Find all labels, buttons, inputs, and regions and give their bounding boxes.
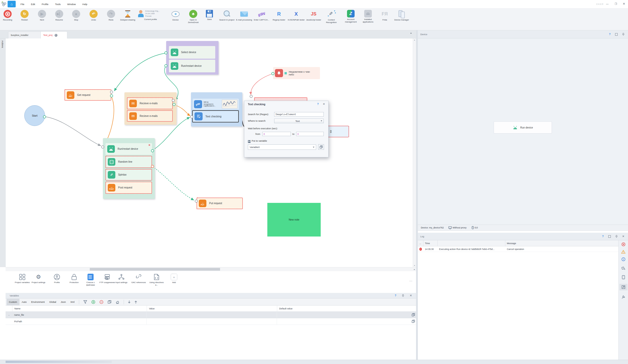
xjsonpath-tester-button[interactable]: X X/JSONPath tester (288, 10, 305, 21)
save-button[interactable]: Save (201, 10, 218, 21)
regexp-tester-button[interactable]: R Regexp tester (270, 10, 288, 21)
maximize-panel-icon[interactable] (608, 235, 611, 238)
note-new-note[interactable]: New note (267, 203, 321, 237)
gac-references-button[interactable]: GAC references (130, 274, 147, 284)
connector-textchecking-in[interactable] (190, 115, 193, 118)
copy-row-icon[interactable] (412, 320, 415, 323)
node-select-device[interactable]: Select device (169, 46, 215, 59)
connector-getrequest-out[interactable] (110, 94, 113, 97)
node-post-request[interactable]: →POST Post request (105, 182, 152, 194)
recording-button[interactable]: Recording (0, 10, 16, 21)
highlight-icon[interactable] (621, 266, 625, 270)
filter-info-icon[interactable] (621, 257, 625, 261)
log-col-time[interactable]: Time (423, 240, 438, 246)
undo-button[interactable]: ↶ Undo (85, 10, 102, 21)
tab-close-icon[interactable]: ✕ (55, 34, 57, 37)
next-button[interactable]: ▶ Next (33, 10, 51, 21)
current-profile-button[interactable]: Александр Юд... 24.04.1989 Россия Curren… (138, 10, 163, 21)
filter-icon[interactable] (83, 300, 87, 304)
pin-icon[interactable] (622, 33, 624, 36)
close-panel-icon[interactable]: ✕ (622, 235, 624, 238)
variable-value[interactable] (147, 318, 277, 325)
connector-randomline-out[interactable] (151, 165, 154, 168)
col-name[interactable]: Name (12, 306, 147, 311)
profile-button[interactable]: Profile (49, 274, 65, 284)
device-log-icon[interactable] (622, 275, 625, 279)
canvas-vscrollbar[interactable]: ▲ ▼ (413, 38, 416, 267)
variable-dropdown[interactable]: Variable0 (248, 144, 316, 150)
connector-runrestart-in[interactable] (101, 145, 104, 148)
input-settings-button[interactable]: Input settings (113, 274, 130, 284)
project-settings-button[interactable]: ⚙ Project settings (30, 274, 47, 284)
close-panel-icon[interactable]: ✕ (410, 294, 412, 297)
redo-button[interactable]: ↷ Redo (102, 10, 120, 21)
node-run-restart-device[interactable]: Run/restart device (169, 60, 215, 72)
clear-log-icon[interactable] (621, 295, 625, 299)
maximize-button[interactable]: ❐ (613, 0, 619, 8)
vars-tab-json[interactable]: Json (58, 299, 68, 305)
connector-runrestart2-out[interactable] (151, 149, 154, 152)
node-run-restart-device-2[interactable]: Run/restart device ✕ (105, 143, 152, 155)
vars-tab-custom[interactable]: Custom (7, 299, 19, 305)
connector-notify-in[interactable] (271, 72, 274, 75)
vars-tab-environment[interactable]: Environment (29, 299, 47, 305)
connector-runrestart-purple[interactable] (164, 64, 167, 67)
help-icon[interactable]: ? (602, 235, 604, 238)
log-row[interactable]: ✕ 14:35:30 Executing action Run device i… (418, 246, 618, 252)
variable-default[interactable] (277, 318, 412, 325)
maximize-panel-icon[interactable] (615, 33, 618, 36)
dialog-close-icon[interactable]: ✕ (323, 102, 325, 106)
node-notify[interactable]: Уведомляем о чем- либо (273, 67, 320, 79)
device-button[interactable]: Device (167, 10, 184, 21)
connector-getrequest-in[interactable] (110, 91, 113, 94)
node-get-request[interactable]: ←GET Get request (64, 89, 111, 101)
where-dropdown[interactable]: Text (274, 119, 324, 123)
help-icon[interactable]: ? (609, 33, 611, 36)
using-directives-button[interactable]: Using directives a... (148, 274, 165, 287)
from-input[interactable]: 0 (262, 132, 291, 136)
email-processing-button[interactable]: E-mail processing (235, 10, 253, 21)
restart-button[interactable]: ↻ Restart (16, 10, 33, 21)
node-text-checking[interactable]: Text checking (192, 110, 239, 122)
node-put-request[interactable]: →PUT Put request (197, 198, 243, 209)
menu-profile[interactable]: Profile (38, 0, 52, 8)
search-in-project-button[interactable]: Search in project (218, 10, 235, 21)
enter-captcha-button[interactable]: g9N Enter CAPTCH... (253, 10, 270, 21)
put-to-variable-checkbox[interactable] (248, 139, 251, 144)
node-random-line[interactable]: Random line (105, 156, 152, 168)
project-variables-button[interactable]: Project variables (14, 274, 31, 284)
connector-recieve-out[interactable] (172, 103, 176, 106)
protection-button[interactable]: Protection (66, 274, 82, 284)
vars-tab-global[interactable]: Global (47, 299, 58, 305)
scroll-down-icon[interactable]: ▼ (413, 265, 416, 266)
vars-tab-xml[interactable]: Xml (68, 299, 77, 305)
add-variable-icon[interactable] (91, 300, 95, 304)
resume-button[interactable]: ▶▏ Resume (51, 10, 68, 21)
log-col-icon[interactable]: ... (418, 240, 423, 246)
copy-row-icon[interactable] (412, 313, 415, 316)
help-icon[interactable]: ? (395, 294, 396, 297)
close-button[interactable]: ✕ (621, 0, 627, 8)
node-recieve-emails-1[interactable]: ✉ Recieve e-mails (127, 97, 173, 109)
toolbar-more-icon[interactable]: ⋯ (409, 279, 413, 283)
log-col-message[interactable]: Message (505, 240, 618, 246)
menu-tools[interactable]: Tools (52, 0, 64, 8)
file-lists-button[interactable]: Список с файлами (82, 274, 99, 287)
variable-row[interactable]: PicPath (6, 318, 416, 325)
run-device-button[interactable]: Run device (494, 121, 552, 134)
node-spintax[interactable]: ✎ Spintax (105, 169, 152, 181)
hscroll-thumb[interactable] (90, 268, 220, 271)
start-node[interactable]: Start (24, 105, 45, 126)
add-block-button[interactable]: + Add (166, 274, 182, 284)
installed-applications-button[interactable]: Installed applications (359, 10, 377, 24)
log-col-action[interactable] (438, 240, 505, 246)
connector-putrequest-in[interactable] (195, 200, 198, 203)
dialog-help-icon[interactable]: ? (317, 103, 319, 105)
panel-splitter[interactable] (416, 30, 418, 360)
device-manager-button[interactable]: Device manager (393, 10, 410, 21)
filter-errors-icon[interactable] (621, 242, 625, 246)
canvas-hscrollbar[interactable]: ▶ (6, 267, 416, 271)
regex-input[interactable]: Image\s+Element (274, 112, 324, 117)
variable-value[interactable] (147, 312, 277, 318)
col-default-value[interactable]: Default value (277, 306, 416, 311)
